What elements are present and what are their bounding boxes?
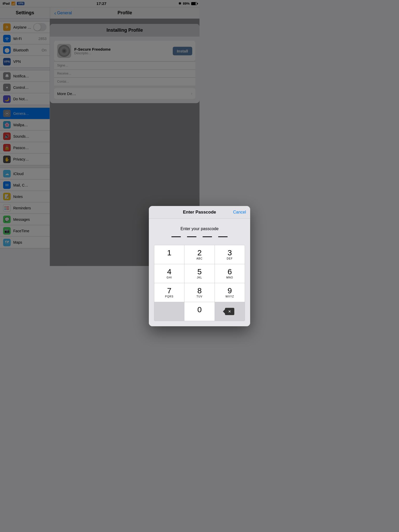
key-2-letters: ABC xyxy=(196,257,200,260)
key-5[interactable]: 5 JKL xyxy=(184,264,200,266)
key-4[interactable]: 4 GHI xyxy=(154,264,184,266)
passcode-title: Enter Passcode xyxy=(183,210,200,215)
passcode-dot-2 xyxy=(187,236,196,237)
key-2[interactable]: 2 ABC xyxy=(184,245,200,264)
key-1[interactable]: 1 xyxy=(154,245,184,264)
passcode-header: Enter Passcode Cancel xyxy=(149,206,200,219)
passcode-dots xyxy=(154,236,200,237)
keypad: 1 2 ABC 3 DEF 4 GHI 5 JKL xyxy=(154,245,200,266)
passcode-prompt: Enter your passcode xyxy=(154,227,200,231)
passcode-dialog: Enter Passcode Cancel Enter your passcod… xyxy=(149,206,200,266)
passcode-dot-1 xyxy=(171,236,181,237)
key-2-num: 2 xyxy=(197,249,200,257)
key-1-num: 1 xyxy=(167,249,171,257)
passcode-body: Enter your passcode 1 2 ABC xyxy=(149,219,200,266)
key-1-letters xyxy=(169,257,170,260)
passcode-overlay: Enter Passcode Cancel Enter your passcod… xyxy=(0,0,200,266)
